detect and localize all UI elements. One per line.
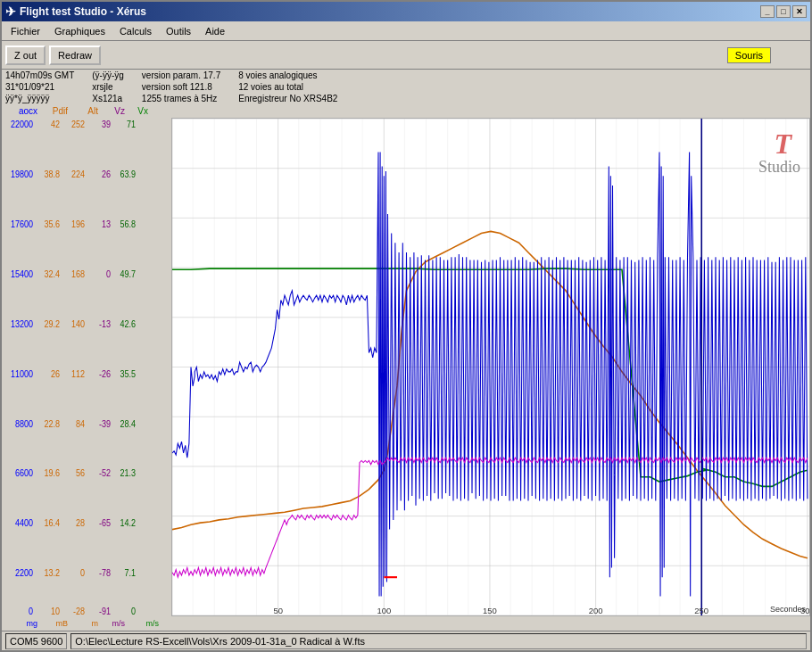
svg-text:13: 13 bbox=[102, 219, 111, 229]
axis-header-vx: Vx bbox=[130, 106, 148, 116]
svg-text:22.8: 22.8 bbox=[44, 418, 60, 429]
svg-text:56.8: 56.8 bbox=[120, 219, 136, 229]
app-icon: ✈ bbox=[5, 4, 16, 19]
maximize-button[interactable]: □ bbox=[776, 5, 791, 18]
info-version-param: version param. 17.7 bbox=[142, 70, 220, 81]
svg-text:42.6: 42.6 bbox=[120, 318, 136, 329]
info-formula: (ÿ-ÿÿ-ÿg bbox=[92, 70, 124, 81]
menu-outils[interactable]: Outils bbox=[159, 24, 198, 38]
svg-text:42: 42 bbox=[51, 120, 60, 130]
info-data-label: ÿÿ*ÿ_ÿÿÿÿÿ bbox=[5, 93, 74, 104]
title-controls: _ □ ✕ bbox=[760, 5, 807, 18]
svg-text:0: 0 bbox=[106, 268, 111, 279]
unit-alt: m bbox=[73, 619, 98, 628]
window-title: Flight test Studio - Xérus bbox=[20, 5, 146, 18]
svg-text:19.6: 19.6 bbox=[44, 468, 60, 479]
svg-text:15400: 15400 bbox=[11, 268, 33, 279]
chart-container[interactable]: T Studio bbox=[171, 118, 810, 616]
minimize-button[interactable]: _ bbox=[760, 5, 775, 18]
svg-text:4400: 4400 bbox=[15, 518, 33, 529]
info-time: 14h07m09s GMT bbox=[5, 70, 74, 81]
axis-header-row: aocx Pdif Alt Vz Vx bbox=[2, 103, 810, 118]
info-enregistreur: Enregistreur No XRS4B2 bbox=[238, 93, 337, 104]
x-tick-200: 200 bbox=[589, 606, 603, 615]
svg-text:-28: -28 bbox=[73, 606, 85, 616]
axis-header-alt: Alt bbox=[73, 106, 98, 116]
svg-text:224: 224 bbox=[71, 169, 86, 180]
svg-text:35.5: 35.5 bbox=[120, 368, 136, 379]
menu-graphiques[interactable]: Graphiques bbox=[47, 24, 112, 38]
svg-text:0: 0 bbox=[29, 606, 33, 616]
x-tick-150: 150 bbox=[483, 606, 497, 615]
info-trames: 1255 trames à 5Hz bbox=[142, 93, 220, 104]
x-tick-250: 250 bbox=[694, 606, 708, 615]
x-tick-50: 50 bbox=[273, 606, 283, 615]
menu-fichier[interactable]: Fichier bbox=[4, 24, 47, 38]
menu-calculs[interactable]: Calculs bbox=[112, 24, 159, 38]
info-time-col: 14h07m09s GMT 31*01/09*21 ÿÿ*ÿ_ÿÿÿÿÿ bbox=[5, 70, 74, 104]
svg-text:112: 112 bbox=[71, 368, 85, 379]
chart-with-yaxis: 22000 19800 17600 15400 13200 11000 8800… bbox=[2, 118, 810, 616]
axis-header-vz: Vz bbox=[104, 106, 125, 116]
toolbar: Z out Redraw Souris bbox=[2, 41, 810, 70]
svg-text:11000: 11000 bbox=[11, 368, 33, 379]
status-com-port: COM5 9600 bbox=[5, 633, 67, 649]
svg-text:8800: 8800 bbox=[15, 418, 33, 429]
svg-text:49.7: 49.7 bbox=[120, 268, 136, 279]
menu-aide[interactable]: Aide bbox=[198, 24, 232, 38]
svg-text:19800: 19800 bbox=[11, 169, 33, 180]
svg-text:84: 84 bbox=[76, 418, 86, 429]
svg-text:21.3: 21.3 bbox=[120, 468, 136, 479]
chart-area: aocx Pdif Alt Vz Vx 22000 19800 17600 15… bbox=[2, 103, 810, 631]
svg-text:2200: 2200 bbox=[15, 568, 33, 579]
svg-text:168: 168 bbox=[71, 268, 85, 279]
info-header: 14h07m09s GMT 31*01/09*21 ÿÿ*ÿ_ÿÿÿÿÿ (ÿ-… bbox=[2, 70, 810, 103]
info-voies-total: 12 voies au total bbox=[238, 81, 337, 93]
watermark-t: T bbox=[774, 128, 791, 161]
svg-text:7.1: 7.1 bbox=[125, 568, 136, 579]
svg-text:35.6: 35.6 bbox=[44, 219, 60, 229]
svg-text:-39: -39 bbox=[99, 418, 111, 429]
svg-text:-78: -78 bbox=[99, 568, 111, 579]
svg-text:17600: 17600 bbox=[11, 219, 33, 229]
svg-text:-26: -26 bbox=[99, 368, 111, 379]
x-tick-100: 100 bbox=[377, 606, 391, 615]
status-file-path: O:\Elec\Lecture RS-Excell\Vols\Xrs 2009-… bbox=[70, 633, 807, 649]
info-date: 31*01/09*21 bbox=[5, 81, 74, 93]
svg-text:6600: 6600 bbox=[15, 468, 33, 479]
svg-text:29.2: 29.2 bbox=[44, 318, 60, 329]
unit-pdif: mB bbox=[41, 619, 68, 628]
svg-text:-65: -65 bbox=[99, 518, 111, 529]
unit-vx: m/s bbox=[130, 619, 159, 628]
statusbar: COM5 9600 O:\Elec\Lecture RS-Excell\Vols… bbox=[2, 631, 810, 650]
info-voies-analogiques: 8 voies analogiques bbox=[238, 70, 337, 81]
chart-svg: 50 100 150 200 250 300 bbox=[172, 119, 809, 615]
svg-text:10: 10 bbox=[51, 606, 60, 616]
y-units-row: mg mB m m/s m/s bbox=[2, 616, 810, 631]
title-bar: ✈ Flight test Studio - Xérus _ □ ✕ bbox=[2, 2, 810, 21]
svg-text:56: 56 bbox=[76, 468, 85, 479]
svg-text:14.2: 14.2 bbox=[120, 518, 136, 529]
main-window: ✈ Flight test Studio - Xérus _ □ ✕ Fichi… bbox=[0, 0, 812, 652]
unit-vz: m/s bbox=[104, 619, 125, 628]
svg-text:-52: -52 bbox=[99, 468, 111, 479]
souris-badge: Souris bbox=[727, 47, 771, 63]
svg-text:38.8: 38.8 bbox=[44, 169, 60, 180]
svg-text:63.9: 63.9 bbox=[120, 169, 136, 180]
info-formula-col: (ÿ-ÿÿ-ÿg xrsjle Xs121a bbox=[92, 70, 124, 104]
title-bar-left: ✈ Flight test Studio - Xérus bbox=[5, 4, 146, 19]
svg-text:22000: 22000 bbox=[11, 120, 33, 130]
svg-text:28.4: 28.4 bbox=[120, 418, 136, 429]
y-units: mg mB m m/s m/s bbox=[2, 619, 171, 628]
svg-text:140: 140 bbox=[71, 318, 85, 329]
svg-text:71: 71 bbox=[127, 120, 136, 130]
zoom-out-button[interactable]: Z out bbox=[5, 45, 46, 65]
watermark-studio: Studio bbox=[758, 158, 800, 177]
redraw-button[interactable]: Redraw bbox=[49, 45, 101, 65]
close-button[interactable]: ✕ bbox=[792, 5, 807, 18]
menubar: Fichier Graphiques Calculs Outils Aide bbox=[2, 21, 810, 41]
svg-text:28: 28 bbox=[76, 518, 85, 529]
svg-text:26: 26 bbox=[51, 368, 60, 379]
info-version-col: version param. 17.7 version soft 121.8 1… bbox=[142, 70, 220, 104]
x-axis-label: Secondes bbox=[770, 605, 806, 614]
